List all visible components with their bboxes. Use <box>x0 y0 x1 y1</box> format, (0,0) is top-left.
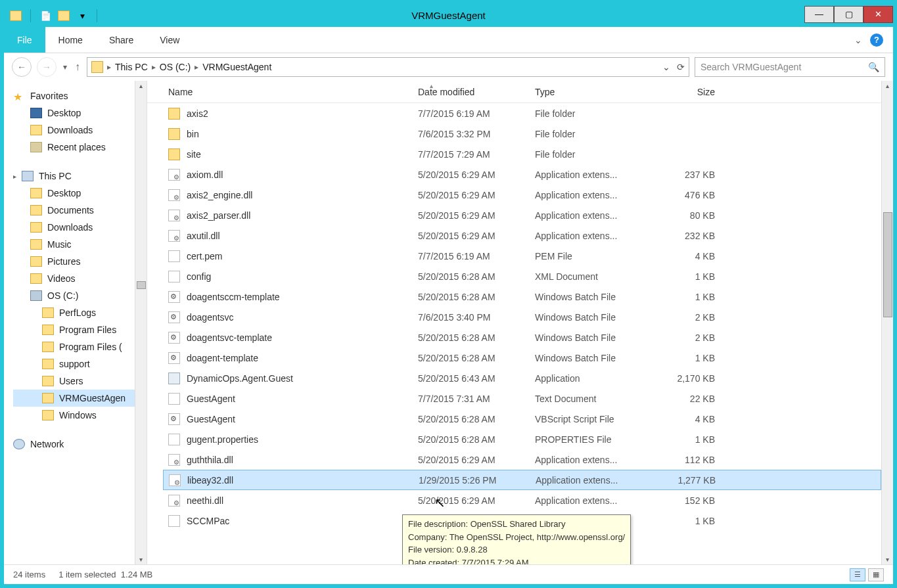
column-type[interactable]: Type <box>530 87 647 97</box>
sidebar-item-music[interactable]: Music <box>13 236 147 253</box>
file-icon <box>168 189 180 201</box>
address-dropdown-icon[interactable]: ⌄ <box>662 62 670 72</box>
file-row[interactable]: doagentsvc-template5/20/2015 6:28 AMWind… <box>163 327 881 348</box>
search-icon[interactable]: 🔍 <box>868 62 879 72</box>
sidebar-folder[interactable]: Windows <box>13 407 147 424</box>
view-details-button[interactable]: ☰ <box>850 568 865 581</box>
chevron-right-icon[interactable]: ▸ <box>106 62 112 72</box>
sidebar-favorites[interactable]: ★Favorites <box>13 87 147 104</box>
file-row[interactable]: axis2_engine.dll5/20/2015 6:29 AMApplica… <box>163 185 881 205</box>
sidebar-folder[interactable]: support <box>13 355 147 373</box>
sidebar-network[interactable]: Network <box>13 436 147 453</box>
file-row[interactable]: config5/20/2015 6:28 AMXML Document1 KB <box>163 266 881 286</box>
refresh-icon[interactable]: ⟳ <box>677 62 685 72</box>
sidebar-item-recent[interactable]: Recent places <box>13 139 147 156</box>
nav-forward-button[interactable]: → <box>37 57 57 77</box>
qat-newfolder-icon[interactable] <box>57 9 70 22</box>
scroll-down-icon[interactable]: ▾ <box>139 556 143 563</box>
help-icon[interactable]: ? <box>870 34 883 47</box>
nav-back-button[interactable]: ← <box>12 57 32 77</box>
sidebar-thispc[interactable]: ▸This PC <box>13 168 147 185</box>
scroll-up-icon[interactable]: ▴ <box>886 82 889 89</box>
sidebar-item-pictures[interactable]: Pictures <box>13 253 147 270</box>
chevron-right-icon[interactable]: ▸ <box>150 62 157 72</box>
ribbon-tab-view[interactable]: View <box>147 27 193 53</box>
breadcrumb-part[interactable]: OS (C:) <box>160 62 191 72</box>
column-name[interactable]: Name▴ <box>163 87 413 97</box>
sidebar-folder[interactable]: Program Files ( <box>13 338 147 355</box>
file-row[interactable]: GuestAgent5/20/2015 6:28 AMVBScript Scri… <box>163 409 881 429</box>
file-date: 5/20/2015 6:29 AM <box>413 190 530 200</box>
close-button[interactable]: ✕ <box>863 6 893 23</box>
address-bar[interactable]: ▸ This PC ▸ OS (C:) ▸ VRMGuestAgent ⌄ ⟳ <box>87 57 689 77</box>
file-type: Application extens... <box>530 210 647 221</box>
file-row[interactable]: bin7/6/2015 3:32 PMFile folder <box>163 124 881 144</box>
ribbon-tab-home[interactable]: Home <box>45 27 96 53</box>
ribbon-tab-share[interactable]: Share <box>96 27 147 53</box>
sidebar-item-desktop[interactable]: Desktop <box>13 104 147 122</box>
qat-customize[interactable]: ▾ <box>76 9 89 22</box>
file-row[interactable]: doagentsccm-template5/20/2015 6:28 AMWin… <box>163 286 881 307</box>
sidebar-item-desktop[interactable]: Desktop <box>13 185 147 202</box>
file-row[interactable]: axis27/7/2015 6:19 AMFile folder <box>163 103 881 124</box>
scroll-thumb[interactable] <box>137 281 146 289</box>
sidebar-scrollbar[interactable]: ▴ ▾ <box>135 81 147 564</box>
sidebar-item-documents[interactable]: Documents <box>13 202 147 219</box>
qat-properties-icon[interactable]: 📄 <box>39 9 52 22</box>
file-row[interactable]: guththila.dll5/20/2015 6:29 AMApplicatio… <box>163 449 881 470</box>
folder-app-icon <box>9 9 22 22</box>
sidebar-item-drive-c[interactable]: OS (C:) <box>13 287 147 304</box>
file-scrollbar[interactable]: ▴ ▾ <box>881 81 893 564</box>
maximize-button[interactable]: ▢ <box>834 6 863 23</box>
folder-icon <box>30 239 42 250</box>
sidebar-item-downloads[interactable]: Downloads <box>13 122 147 139</box>
file-type: Text Document <box>530 394 647 404</box>
scroll-up-icon[interactable]: ▴ <box>139 82 143 89</box>
ribbon-tab-file[interactable]: File <box>4 27 45 53</box>
scroll-down-icon[interactable]: ▾ <box>886 556 889 563</box>
breadcrumb-part[interactable]: VRMGuestAgent <box>202 62 271 72</box>
file-size: 2,170 KB <box>647 373 720 384</box>
sidebar-folder[interactable]: PerfLogs <box>13 304 147 321</box>
window-title: VRMGuestAgent <box>4 10 893 21</box>
sidebar-item-videos[interactable]: Videos <box>13 270 147 287</box>
navigation-bar: ← → ▾ ↑ ▸ This PC ▸ OS (C:) ▸ VRMGuestAg… <box>4 53 893 81</box>
file-icon <box>168 495 180 507</box>
sidebar-folder[interactable]: Users <box>13 373 147 390</box>
file-size: 1,277 KB <box>647 475 721 486</box>
file-row[interactable]: GuestAgent7/7/2015 7:31 AMText Document2… <box>163 388 881 409</box>
view-thumbnails-button[interactable]: ▦ <box>868 568 884 581</box>
folder-icon <box>30 205 42 215</box>
file-row[interactable]: site7/7/2015 7:29 AMFile folder <box>163 144 881 164</box>
file-date: 5/20/2015 6:28 AM <box>413 353 530 363</box>
search-input[interactable]: Search VRMGuestAgent 🔍 <box>695 57 885 77</box>
sidebar-folder-current[interactable]: VRMGuestAgen <box>13 390 135 407</box>
nav-up-button[interactable]: ↑ <box>74 61 81 73</box>
file-size: 1 KB <box>647 292 720 302</box>
minimize-button[interactable]: — <box>804 6 834 23</box>
file-date: 7/6/2015 3:40 PM <box>413 312 530 323</box>
file-row[interactable]: doagent-template5/20/2015 6:28 AMWindows… <box>163 348 881 368</box>
star-icon: ★ <box>13 91 25 101</box>
column-size[interactable]: Size <box>647 87 720 97</box>
status-item-count: 24 items <box>13 570 45 579</box>
file-row[interactable]: libeay32.dll1/29/2015 5:26 PMApplication… <box>163 470 881 490</box>
file-icon <box>168 373 180 384</box>
sidebar-item-downloads[interactable]: Downloads <box>13 219 147 236</box>
file-date: 7/7/2015 6:19 AM <box>413 108 530 119</box>
file-row[interactable]: neethi.dll5/20/2015 6:29 AMApplication e… <box>163 490 881 510</box>
sidebar-folder[interactable]: Program Files <box>13 321 147 338</box>
file-row[interactable]: gugent.properties5/20/2015 6:28 AMPROPER… <box>163 429 881 449</box>
nav-history-dropdown[interactable]: ▾ <box>62 62 68 72</box>
scroll-thumb[interactable] <box>883 212 892 317</box>
breadcrumb-part[interactable]: This PC <box>115 62 148 72</box>
file-row[interactable]: DynamicOps.Agent.Guest5/20/2015 6:43 AMA… <box>163 368 881 388</box>
ribbon-expand-icon[interactable]: ⌄ <box>854 35 862 45</box>
file-row[interactable]: cert.pem7/7/2015 6:19 AMPEM File4 KB <box>163 246 881 266</box>
folder-icon <box>42 410 54 420</box>
chevron-right-icon[interactable]: ▸ <box>193 62 200 72</box>
file-row[interactable]: axiom.dll5/20/2015 6:29 AMApplication ex… <box>163 164 881 185</box>
file-row[interactable]: axis2_parser.dll5/20/2015 6:29 AMApplica… <box>163 205 881 225</box>
file-row[interactable]: doagentsvc7/6/2015 3:40 PMWindows Batch … <box>163 307 881 327</box>
file-row[interactable]: axutil.dll5/20/2015 6:29 AMApplication e… <box>163 225 881 246</box>
